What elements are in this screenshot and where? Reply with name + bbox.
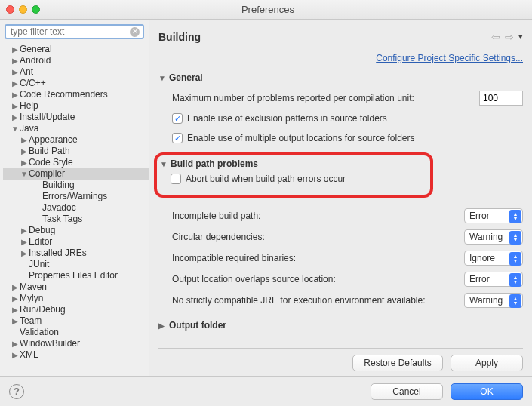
footer: ? Cancel OK	[0, 376, 532, 406]
tree-item-label: Team	[20, 315, 42, 327]
option-label: Output location overlaps source location…	[172, 274, 464, 285]
ok-button[interactable]: OK	[451, 383, 523, 400]
clear-filter-icon[interactable]: ✕	[130, 27, 140, 37]
chevron-right-icon: ▶	[20, 157, 29, 168]
titlebar: Preferences	[0, 0, 532, 20]
tree-item[interactable]: ▼Java	[3, 123, 149, 134]
chevron-down-icon: ▼	[160, 160, 168, 168]
chevron-right-icon: ▶	[11, 338, 20, 349]
tree-item[interactable]: ▶Build Path	[3, 146, 149, 157]
tree-item-label: Errors/Warnings	[42, 191, 107, 202]
tree-item[interactable]: Validation	[3, 327, 149, 338]
option-select[interactable]: Warning▲▼	[464, 293, 523, 308]
tree-item-label: General	[20, 44, 52, 55]
section-general[interactable]: ▼ General	[158, 72, 523, 83]
preferences-tree[interactable]: ▶General▶Android▶Ant▶C/C++▶Code Recommen…	[0, 44, 149, 376]
tree-item[interactable]: ▶Help	[3, 100, 149, 112]
chevron-updown-icon: ▲▼	[509, 210, 521, 223]
option-select[interactable]: Warning▲▼	[464, 229, 523, 245]
exclusion-patterns-row[interactable]: Enable use of exclusion patterns in sour…	[172, 113, 523, 124]
tree-item-label: Editor	[29, 236, 52, 248]
tree-item[interactable]: ▶Maven	[3, 281, 149, 293]
select-value: Ignore	[469, 253, 495, 263]
tree-item-label: Ant	[20, 66, 33, 78]
tree-item-label: Code Recommenders	[20, 89, 108, 100]
chevron-down-icon: ▼	[11, 123, 20, 134]
content-header: Building ⇦ ⇨ ▾	[158, 26, 523, 48]
exclusion-patterns-checkbox[interactable]	[172, 113, 183, 124]
section-output[interactable]: ▶ Output folder	[158, 320, 523, 331]
chevron-right-icon: ▶	[11, 304, 20, 315]
chevron-right-icon: ▶	[11, 349, 20, 361]
page-title: Building	[158, 31, 491, 43]
tree-item-label: Appearance	[29, 134, 78, 146]
tree-item[interactable]: ▶Appearance	[3, 134, 149, 146]
apply-button[interactable]: Apply	[451, 355, 523, 371]
chevron-right-icon: ▶	[11, 66, 20, 78]
window-title: Preferences	[10, 4, 526, 15]
forward-icon[interactable]: ⇨	[505, 31, 514, 43]
abort-build-row[interactable]: Abort build when build path errors occur	[171, 174, 424, 184]
chevron-right-icon: ▶	[11, 281, 20, 293]
tree-item[interactable]: ▶Android	[3, 55, 149, 66]
chevron-updown-icon: ▲▼	[509, 294, 521, 308]
chevron-updown-icon: ▲▼	[509, 252, 521, 266]
tree-item-label: Code Style	[29, 157, 73, 168]
chevron-right-icon: ▶	[11, 315, 20, 327]
configure-project-link[interactable]: Configure Project Specific Settings...	[376, 53, 523, 63]
option-label: Incomplete build path:	[172, 211, 464, 221]
tree-item[interactable]: Building	[3, 180, 149, 191]
tree-item[interactable]: Task Tags	[3, 214, 149, 225]
tree-item[interactable]: Properties Files Editor	[3, 270, 149, 281]
section-output-label: Output folder	[169, 320, 226, 331]
exclusion-patterns-label: Enable use of exclusion patterns in sour…	[187, 113, 387, 124]
option-label: Incompatible required binaries:	[172, 253, 464, 263]
tree-item[interactable]: ▶Run/Debug	[3, 304, 149, 315]
tree-item[interactable]: ▶Editor	[3, 236, 149, 248]
restore-defaults-button[interactable]: Restore Defaults	[352, 355, 443, 371]
tree-item[interactable]: ▶General	[3, 44, 149, 55]
tree-item[interactable]: ▶Ant	[3, 66, 149, 78]
tree-item[interactable]: ▶Installed JREs	[3, 248, 149, 259]
help-icon[interactable]: ?	[9, 384, 24, 399]
option-select[interactable]: Ignore▲▼	[464, 251, 523, 266]
tree-item[interactable]: ▼Compiler	[3, 168, 149, 180]
tree-item[interactable]: ▶WindowBuilder	[3, 338, 149, 349]
chevron-right-icon: ▶	[20, 236, 29, 248]
option-select[interactable]: Error▲▼	[464, 208, 523, 223]
tree-item-label: Mylyn	[20, 293, 43, 304]
cancel-button[interactable]: Cancel	[371, 383, 443, 400]
tree-item-label: Validation	[20, 327, 59, 338]
multiple-output-row[interactable]: Enable use of multiple output locations …	[172, 133, 523, 143]
tree-item[interactable]: ▶Team	[3, 315, 149, 327]
tree-item[interactable]: ▶Mylyn	[3, 293, 149, 304]
tree-item[interactable]: ▶Install/Update	[3, 112, 149, 123]
back-icon[interactable]: ⇦	[491, 31, 500, 43]
option-label: No strictly compatible JRE for execution…	[172, 295, 464, 306]
chevron-right-icon: ▶	[11, 89, 20, 100]
abort-build-checkbox[interactable]	[171, 174, 181, 184]
filter-field[interactable]: ✕	[5, 24, 144, 39]
section-buildpath[interactable]: ▼ Build path problems	[160, 158, 424, 169]
chevron-updown-icon: ▲▼	[509, 231, 521, 245]
filter-input[interactable]	[9, 26, 130, 38]
tree-item-label: Android	[20, 55, 51, 66]
option-select[interactable]: Error▲▼	[464, 272, 523, 287]
tree-item-label: Building	[42, 180, 75, 191]
tree-item-label: Installed JREs	[29, 248, 87, 259]
tree-item-label: C/C++	[20, 78, 46, 89]
tree-item[interactable]: ▶Debug	[3, 225, 149, 236]
tree-item[interactable]: Javadoc	[3, 202, 149, 214]
view-menu-icon[interactable]: ▾	[518, 32, 523, 42]
tree-item[interactable]: Errors/Warnings	[3, 191, 149, 202]
tree-item[interactable]: JUnit	[3, 259, 149, 270]
tree-item[interactable]: ▶Code Style	[3, 157, 149, 168]
tree-item[interactable]: ▶C/C++	[3, 78, 149, 89]
select-value: Error	[469, 211, 490, 221]
max-problems-input[interactable]	[479, 91, 523, 106]
multiple-output-checkbox[interactable]	[172, 133, 183, 143]
tree-item-label: Compiler	[29, 168, 65, 180]
tree-item[interactable]: ▶Code Recommenders	[3, 89, 149, 100]
tree-item[interactable]: ▶XML	[3, 349, 149, 361]
config-link-row: Configure Project Specific Settings...	[158, 53, 523, 63]
